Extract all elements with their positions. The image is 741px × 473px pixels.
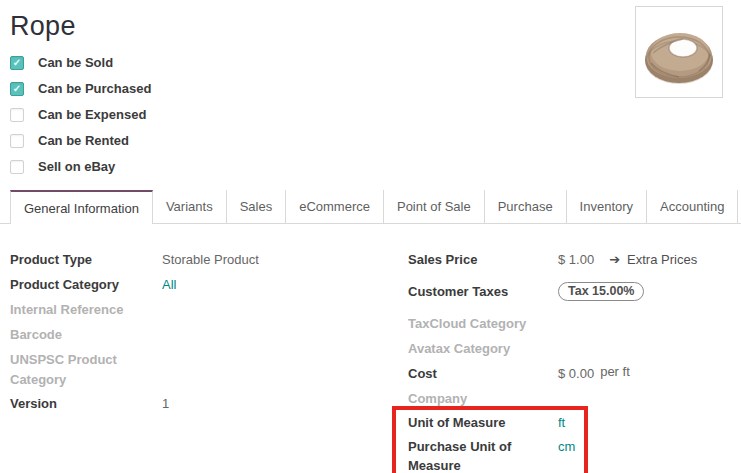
product-flags-list: ✓ Can be Sold ✓ Can be Purchased ✓ Can b… bbox=[10, 55, 151, 174]
header-left: Rope ✓ Can be Sold ✓ Can be Purchased ✓ … bbox=[10, 8, 151, 185]
tab-bar: General Information Variants Sales eComm… bbox=[0, 190, 741, 224]
barcode-label: Barcode bbox=[10, 325, 162, 345]
can-be-expensed-checkbox[interactable]: ✓ bbox=[10, 108, 24, 122]
cost-value[interactable]: $ 0.00 bbox=[558, 364, 594, 384]
field-row-product-type: Product Type Storable Product bbox=[10, 250, 408, 275]
sales-price-label: Sales Price bbox=[408, 250, 558, 270]
checkbox-row-can-be-rented[interactable]: ✓ Can be Rented bbox=[10, 133, 151, 148]
field-row-cost: Cost $ 0.00 per ft bbox=[408, 364, 741, 389]
checkbox-row-can-be-sold[interactable]: ✓ Can be Sold bbox=[10, 55, 151, 70]
can-be-sold-label: Can be Sold bbox=[38, 55, 113, 70]
product-type-label: Product Type bbox=[10, 250, 162, 270]
field-row-avatax-category[interactable]: Avatax Category bbox=[408, 339, 741, 364]
can-be-sold-checkbox[interactable]: ✓ bbox=[10, 56, 24, 70]
field-row-product-category: Product Category All bbox=[10, 275, 408, 300]
tab-accounting[interactable]: Accounting bbox=[647, 190, 738, 223]
checkbox-row-can-be-purchased[interactable]: ✓ Can be Purchased bbox=[10, 81, 151, 96]
cost-label: Cost bbox=[408, 364, 558, 384]
product-category-value[interactable]: All bbox=[162, 275, 176, 295]
checkbox-row-sell-on-ebay[interactable]: ✓ Sell on eBay bbox=[10, 159, 151, 174]
version-value[interactable]: 1 bbox=[162, 394, 169, 414]
checkbox-row-can-be-expensed[interactable]: ✓ Can be Expensed bbox=[10, 107, 151, 122]
form-left-column: Product Type Storable Product Product Ca… bbox=[10, 250, 408, 473]
can-be-purchased-checkbox[interactable]: ✓ bbox=[10, 82, 24, 96]
product-type-value[interactable]: Storable Product bbox=[162, 250, 259, 270]
highlight-rectangle: Unit of Measure ft Purchase Unit of Meas… bbox=[392, 406, 588, 473]
can-be-expensed-label: Can be Expensed bbox=[38, 107, 146, 122]
extra-prices-link[interactable]: Extra Prices bbox=[627, 250, 697, 270]
can-be-rented-checkbox[interactable]: ✓ bbox=[10, 134, 24, 148]
customer-taxes-label: Customer Taxes bbox=[408, 282, 558, 302]
unit-of-measure-value[interactable]: ft bbox=[558, 413, 565, 433]
field-row-customer-taxes: Customer Taxes Tax 15.00% bbox=[408, 282, 741, 314]
field-row-barcode[interactable]: Barcode bbox=[10, 325, 408, 350]
purchase-unit-of-measure-value[interactable]: cm bbox=[558, 437, 575, 457]
tab-point-of-sale[interactable]: Point of Sale bbox=[384, 190, 485, 223]
tab-variants[interactable]: Variants bbox=[153, 190, 227, 223]
field-row-version: Version 1 bbox=[10, 394, 408, 419]
version-label: Version bbox=[10, 394, 162, 414]
cost-uom-suffix: per ft bbox=[600, 364, 630, 379]
arrow-right-icon: ➔ bbox=[609, 250, 620, 270]
company-label: Company bbox=[408, 389, 558, 409]
unspsc-category-label: UNSPSC Product Category bbox=[10, 350, 162, 390]
checkmark-icon: ✓ bbox=[13, 58, 21, 68]
checkmark-icon: ✓ bbox=[13, 84, 21, 94]
purchase-unit-of-measure-label: Purchase Unit of Measure bbox=[408, 437, 558, 473]
rope-coil-image bbox=[639, 13, 719, 91]
general-information-panel: Product Type Storable Product Product Ca… bbox=[0, 224, 741, 473]
field-row-purchase-unit-of-measure: Purchase Unit of Measure cm bbox=[408, 437, 576, 473]
tab-sales[interactable]: Sales bbox=[227, 190, 287, 223]
tab-purchase[interactable]: Purchase bbox=[485, 190, 567, 223]
product-category-label: Product Category bbox=[10, 275, 162, 295]
can-be-rented-label: Can be Rented bbox=[38, 133, 129, 148]
product-image[interactable] bbox=[635, 6, 723, 98]
tab-ecommerce[interactable]: eCommerce bbox=[286, 190, 384, 223]
field-row-taxcloud-category[interactable]: TaxCloud Category bbox=[408, 314, 741, 339]
product-form-page: Rope ✓ Can be Sold ✓ Can be Purchased ✓ … bbox=[0, 0, 741, 473]
sell-on-ebay-checkbox[interactable]: ✓ bbox=[10, 160, 24, 174]
tab-inventory[interactable]: Inventory bbox=[567, 190, 647, 223]
sales-price-value[interactable]: $ 1.00 bbox=[558, 250, 594, 270]
can-be-purchased-label: Can be Purchased bbox=[38, 81, 151, 96]
field-row-internal-reference[interactable]: Internal Reference bbox=[10, 300, 408, 325]
field-row-unspsc-category[interactable]: UNSPSC Product Category bbox=[10, 350, 408, 390]
field-row-unit-of-measure: Unit of Measure ft bbox=[408, 413, 576, 437]
avatax-category-label: Avatax Category bbox=[408, 339, 558, 359]
internal-reference-label: Internal Reference bbox=[10, 300, 162, 320]
page-title[interactable]: Rope bbox=[10, 10, 151, 42]
field-row-sales-price: Sales Price $ 1.00 ➔ Extra Prices bbox=[408, 250, 741, 282]
unit-of-measure-label: Unit of Measure bbox=[408, 413, 558, 432]
sell-on-ebay-label: Sell on eBay bbox=[38, 159, 115, 174]
product-header: Rope ✓ Can be Sold ✓ Can be Purchased ✓ … bbox=[0, 0, 741, 190]
form-right-column: Sales Price $ 1.00 ➔ Extra Prices Custom… bbox=[408, 250, 741, 473]
tab-general-information[interactable]: General Information bbox=[10, 190, 153, 224]
taxcloud-category-label: TaxCloud Category bbox=[408, 314, 558, 334]
customer-tax-badge[interactable]: Tax 15.00% bbox=[558, 282, 644, 301]
